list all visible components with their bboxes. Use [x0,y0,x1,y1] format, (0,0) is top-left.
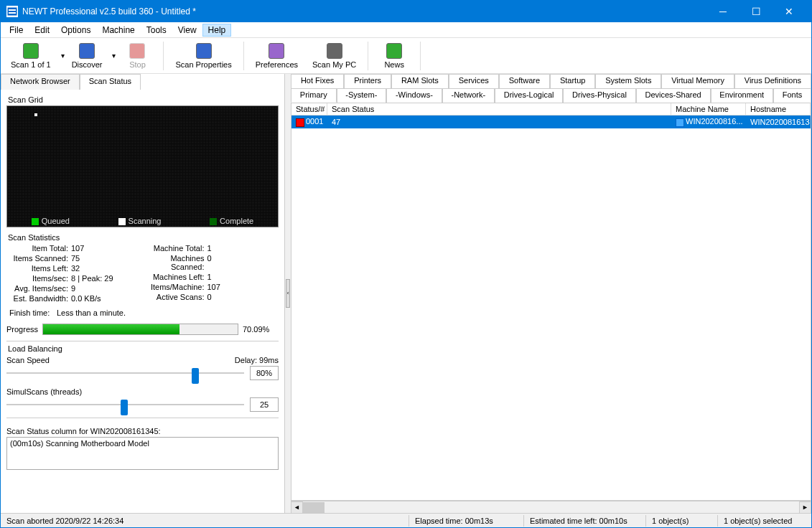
scan-speed-value: 80% [250,366,279,380]
toolbar-icon [386,43,402,59]
status-estimated: Estimated time left: 00m10s [524,515,646,527]
splitter[interactable]: ‹ [285,74,291,513]
stat-label: Machines Left: [143,273,207,281]
category-tab--system-[interactable]: -System- [337,88,387,103]
simulscans-label: SimulScans (threads) [6,387,82,396]
menu-view[interactable]: View [172,24,202,37]
stat-label: Machines Scanned: [143,254,207,271]
simulscans-slider[interactable] [6,397,244,412]
stat-label: Item Total: [6,244,71,253]
category-tab-virus-definitions[interactable]: Virus Definitions [734,74,811,88]
stat-label: Avg. Items/sec: [6,284,71,293]
toolbar-scan-1-of-1[interactable]: Scan 1 of 1 [4,39,58,72]
toolbar-icon [23,43,39,59]
splitter-handle[interactable]: ‹ [286,279,290,308]
stat-row: Avg. Items/sec:9 [6,283,143,293]
category-tab-ram-slots[interactable]: RAM Slots [391,74,449,88]
finish-time-label: Finish time: [6,308,57,317]
left-tab-scan-status[interactable]: Scan Status [80,74,141,90]
col-scan-status[interactable]: Scan Status [327,103,671,115]
scan-speed-slider[interactable] [6,366,244,380]
left-tab-network-browser[interactable]: Network Browser [1,74,80,90]
col-hostname[interactable]: Hostname [746,103,811,115]
menu-machine[interactable]: Machine [96,24,140,37]
col-machine-name[interactable]: Machine Name [671,103,746,115]
toolbar-label: News [384,60,404,69]
horizontal-scrollbar[interactable]: ◄ ► [291,501,811,513]
scroll-thumb[interactable] [303,502,325,513]
stat-value: 0 [207,293,279,301]
menu-help[interactable]: Help [202,24,232,37]
stat-row: Items/Machine:107 [143,282,279,292]
stat-row: Items Left:32 [6,263,143,273]
left-panel: Network BrowserScan Status Scan Grid Que… [1,74,285,513]
status-column-label: Scan Status column for WIN202008161345: [6,427,279,435]
stat-label: Est. Bandwidth: [6,294,71,303]
category-tab--network-[interactable]: -Network- [442,88,495,103]
delay-label: Delay: 99ms [235,356,279,364]
window-title: NEWT Professional v2.5 build 360 - Untit… [22,6,706,16]
toolbar-discover[interactable]: Discover [65,39,110,72]
legend-scanning: Scanning [118,217,162,225]
cell-machine-name: WIN20200816... [671,116,746,127]
finish-time-value: Less than a minute. [57,308,279,317]
app-icon [6,6,18,17]
menu-edit[interactable]: Edit [29,24,55,37]
status-icon [296,118,304,127]
category-tab-software[interactable]: Software [499,74,550,88]
scroll-left-button[interactable]: ◄ [291,501,303,514]
titlebar: NEWT Professional v2.5 build 360 - Untit… [1,1,811,22]
category-tab-fonts[interactable]: Fonts [773,88,811,103]
stat-label: Items/sec: [6,274,71,283]
stat-value: 9 [71,284,143,293]
toolbar-stop: Stop [116,39,159,72]
scan-grid: Queued Scanning Complete [6,105,279,227]
cell-scan-status: 47 [327,117,671,127]
category-tab-startup[interactable]: Startup [550,74,595,88]
stat-row: Active Scans:0 [143,292,279,302]
category-tab-hot-fixes[interactable]: Hot Fixes [291,74,344,88]
table-row[interactable]: 000147WIN20200816...WIN20200816134 [291,116,811,128]
cell-hostname: WIN20200816134 [746,117,811,127]
category-tab-devices-shared[interactable]: Devices-Shared [636,88,711,103]
stat-value: 107 [207,283,279,291]
stat-label: Machine Total: [143,244,207,253]
stat-row: Machine Total:1 [143,243,279,253]
close-button[interactable]: ✕ [773,1,806,22]
simulscans-value: 25 [250,397,279,412]
status-message: Scan aborted 2020/9/22 14:26:34 [1,515,409,527]
category-tab-drives-logical[interactable]: Drives-Logical [495,88,563,103]
toolbar-icon [327,43,342,59]
toolbar-icon [129,43,145,59]
category-tab-primary[interactable]: Primary [291,88,337,103]
toolbar-icon [79,43,95,59]
category-tabs-top: Hot FixesPrintersRAM SlotsServicesSoftwa… [291,74,811,88]
category-tab-services[interactable]: Services [449,74,499,88]
category-tab-environment[interactable]: Environment [711,88,773,103]
category-tab-printers[interactable]: Printers [344,74,391,88]
svg-rect-0 [7,7,17,16]
toolbar-scan-my-pc[interactable]: Scan My PC [305,39,363,72]
toolbar-preferences[interactable]: Preferences [248,39,305,72]
toolbar-label: Discover [72,60,103,69]
status-objects: 1 object(s) [646,515,718,527]
scroll-right-button[interactable]: ► [799,501,811,514]
category-tab-drives-physical[interactable]: Drives-Physical [563,88,635,103]
cell-status: 0001 [291,116,327,127]
col-status[interactable]: Status/# [291,103,327,115]
stat-value: 0.0 KB/s [71,294,143,303]
menu-tools[interactable]: Tools [141,24,172,37]
category-tab-virtual-memory[interactable]: Virtual Memory [661,74,734,88]
stat-value: 0 [207,254,279,271]
category-tab-system-slots[interactable]: System Slots [595,74,661,88]
minimize-button[interactable]: ─ [706,1,739,22]
results-grid[interactable]: Status/# Scan Status Machine Name Hostna… [291,103,811,501]
maximize-button[interactable]: ☐ [739,1,773,22]
category-tab--windows-[interactable]: -Windows- [386,88,442,103]
toolbar-scan-properties[interactable]: Scan Properties [168,39,238,72]
menu-options[interactable]: Options [55,24,96,37]
toolbar-label: Scan My PC [312,60,356,69]
menu-file[interactable]: File [4,24,29,37]
toolbar-news[interactable]: News [373,39,416,72]
svg-rect-2 [9,12,16,14]
